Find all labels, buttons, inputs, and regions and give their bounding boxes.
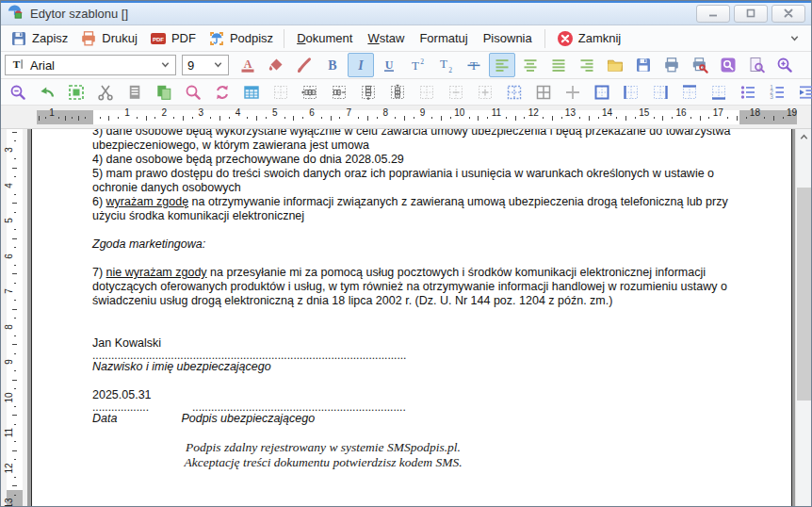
border-outer-button[interactable] <box>589 80 615 105</box>
horizontal-ruler[interactable]: 112345678910111213141516171819 <box>1 106 811 129</box>
menu-wstaw[interactable]: Wstaw <box>361 28 411 48</box>
superscript-button[interactable]: T2 <box>404 53 430 77</box>
border-bottom-button[interactable] <box>706 80 732 105</box>
border-left-icon <box>622 83 641 102</box>
fill-color-button[interactable] <box>263 53 289 77</box>
align-justify-icon <box>549 56 568 74</box>
search-button[interactable] <box>715 53 741 77</box>
search-icon <box>719 56 738 74</box>
align-right-button[interactable] <box>574 53 600 77</box>
insert-row-button[interactable] <box>355 80 382 105</box>
scrollbar-up-button[interactable] <box>796 129 811 145</box>
ruler-number: 16 <box>675 106 686 120</box>
save-file-button[interactable] <box>630 53 657 77</box>
ruler-number: 7 <box>3 283 14 300</box>
format-painter-icon <box>295 56 314 74</box>
merge-cells-button[interactable] <box>414 80 440 105</box>
open-file-button[interactable] <box>602 53 628 77</box>
menu-dokument[interactable]: Dokument <box>290 28 359 48</box>
svg-text:3: 3 <box>770 93 773 100</box>
numbered-list-button[interactable]: 123 <box>764 80 790 105</box>
menu-pisownia[interactable]: Pisownia <box>477 28 539 48</box>
border-right-button[interactable] <box>647 80 674 105</box>
ruler-number: 2 <box>161 106 167 120</box>
align-justify-button[interactable] <box>545 53 572 77</box>
paste-button[interactable] <box>151 80 177 105</box>
indent-button[interactable] <box>793 80 812 105</box>
find-button[interactable] <box>180 80 206 105</box>
insert-cells-button[interactable] <box>268 80 294 105</box>
border-outer-icon <box>593 83 611 102</box>
toolbar-button-sign[interactable]: Podpisz <box>203 27 278 50</box>
text-run: wyrażam zgodę <box>106 195 189 208</box>
undo-button[interactable] <box>34 80 60 105</box>
ruler-number: 10 <box>454 106 464 120</box>
paragraph: Zgoda marketingowa: <box>92 237 739 252</box>
align-left-button[interactable] <box>489 53 515 77</box>
find-replace-button[interactable] <box>209 80 235 105</box>
menu-formatuj[interactable]: Formatuj <box>413 28 474 48</box>
insert-column-button[interactable] <box>297 80 323 105</box>
toolbar-separator <box>284 29 284 48</box>
border-left-button[interactable] <box>618 80 644 105</box>
close-button[interactable] <box>771 5 805 23</box>
border-top-button[interactable] <box>676 80 703 105</box>
print-doc-button[interactable] <box>658 53 685 77</box>
italic-button[interactable]: I <box>348 53 374 77</box>
indent-icon <box>797 83 812 102</box>
font-color-button[interactable]: A <box>235 53 261 77</box>
minimize-button[interactable] <box>696 5 730 23</box>
text-run: na otrzymywanie informacji związanych z … <box>92 195 728 222</box>
toolbar-button-pdf[interactable]: PDFPDF <box>144 27 201 50</box>
delete-row-button[interactable] <box>384 80 411 105</box>
document-text: 3) dane osobowe będą wykorzystane wyłącz… <box>32 129 791 469</box>
delete-cells-button[interactable] <box>443 80 469 105</box>
cut-button[interactable] <box>92 80 119 105</box>
insert-table-button[interactable] <box>238 80 265 105</box>
subscript-button[interactable]: T2 <box>432 53 459 77</box>
preview-button[interactable] <box>743 53 770 77</box>
delete-column-button[interactable] <box>326 80 352 105</box>
cut-icon <box>96 83 115 102</box>
bold-button[interactable]: B <box>319 53 346 77</box>
format-painter-button[interactable] <box>291 53 317 77</box>
document-page[interactable]: 3) dane osobowe będą wykorzystane wyłącz… <box>31 129 792 506</box>
toolbar-overflow-button[interactable] <box>781 26 807 51</box>
bullet-list-icon <box>739 83 757 102</box>
font-family-combo[interactable]: T Arial <box>5 55 176 75</box>
font-size-combo[interactable]: 9 <box>182 55 229 75</box>
select-all-button[interactable] <box>63 80 89 105</box>
paragraph: 5) mam prawo dostępu do treści swoich da… <box>92 167 739 195</box>
main-toolbar: ZapiszDrukujPDFPDFPodpiszDokumentWstawFo… <box>1 25 811 52</box>
align-center-button[interactable] <box>517 53 544 77</box>
cell-frame-button[interactable] <box>501 80 528 105</box>
print-label: Drukuj <box>102 31 138 45</box>
show-grid-button[interactable] <box>530 80 557 105</box>
toolbar-button-save[interactable]: Zapisz <box>5 27 73 50</box>
ruler-number: 12 <box>3 460 14 477</box>
maximize-button[interactable] <box>734 5 768 23</box>
undo-icon <box>38 83 57 102</box>
zoom-out-button[interactable] <box>5 80 31 105</box>
wstaw-label: Wstaw <box>367 31 404 45</box>
print-setup-button[interactable] <box>687 53 713 77</box>
scrollbar-thumb[interactable] <box>797 188 811 401</box>
pdf-icon: PDF <box>149 29 168 48</box>
toolbar-button-print[interactable]: Drukuj <box>74 27 142 50</box>
paste-icon <box>154 83 173 102</box>
strikethrough-button[interactable]: T <box>461 53 487 77</box>
app-umbrella-house-icon <box>7 3 24 25</box>
pisownia-label: Pisownia <box>483 31 532 45</box>
text-run: Jan Kowalski <box>92 336 161 350</box>
zoom-in-button[interactable] <box>771 53 798 77</box>
toolbar-button-close-document[interactable]: Zamknij <box>551 27 626 50</box>
vertical-ruler[interactable]: 345678910111213 <box>1 129 27 506</box>
copy-button[interactable] <box>122 80 148 105</box>
vertical-scrollbar[interactable] <box>795 129 811 506</box>
bullet-list-button[interactable] <box>735 80 761 105</box>
ruler-number: 3 <box>3 141 14 158</box>
add-cells-button[interactable] <box>472 80 498 105</box>
underline-button[interactable]: U <box>376 53 402 77</box>
ruler-number: 1 <box>124 106 130 120</box>
split-cells-button[interactable] <box>560 80 586 105</box>
